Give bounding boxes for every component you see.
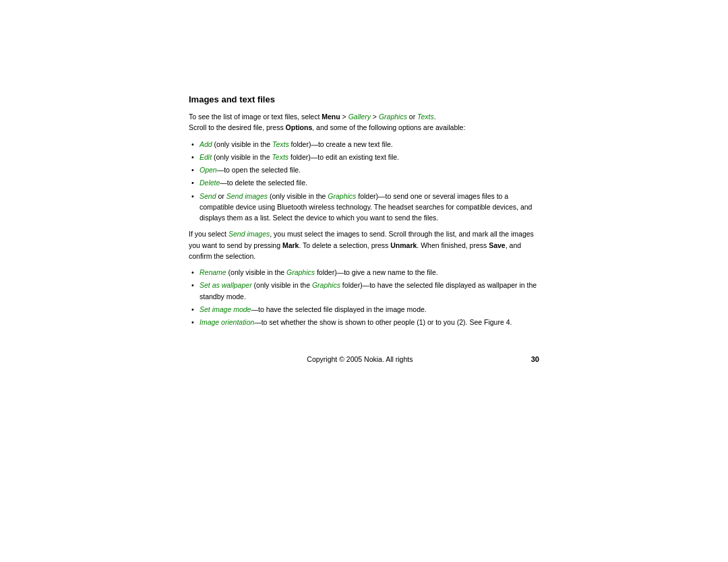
wallpaper-text: (only visible in the xyxy=(252,281,312,289)
options-list-1: Add (only visible in the Texts folder)—t… xyxy=(189,139,539,224)
options-text: Options xyxy=(286,123,313,131)
si-after-mark: . To delete a selection, press xyxy=(299,241,390,249)
gallery-text: Gallery xyxy=(348,113,371,121)
unmark-text: Unmark xyxy=(390,241,417,249)
send-or: or xyxy=(216,192,226,200)
page-number: 30 xyxy=(531,355,539,363)
open-text: —to open the selected file. xyxy=(217,166,301,174)
list-item-edit: Edit (only visible in the Texts folder)—… xyxy=(189,152,539,162)
period: . xyxy=(434,113,436,121)
send-label: Send xyxy=(200,192,216,200)
rename-suffix: folder)—to give a new name to the file. xyxy=(315,268,438,276)
options-list-2: Rename (only visible in the Graphics fol… xyxy=(189,267,539,327)
or-text: or xyxy=(407,113,417,121)
send-images-label: Send images xyxy=(226,192,268,200)
menu-text: Menu xyxy=(322,113,340,121)
arrow1: > xyxy=(340,113,348,121)
save-text: Save xyxy=(489,241,506,249)
page-footer: Copyright © 2005 Nokia. All rights 30 xyxy=(189,355,539,363)
list-item-send: Send or Send images (only visible in the… xyxy=(189,191,539,224)
mark-text: Mark xyxy=(282,241,299,249)
add-label: Add xyxy=(200,140,212,148)
options-suffix: , and some of the following options are … xyxy=(312,123,465,131)
image-mode-label: Set image mode xyxy=(200,305,251,313)
si-after-unmark: . When finished, press xyxy=(417,241,489,249)
send-text: (only visible in the xyxy=(268,192,328,200)
texts-text: Texts xyxy=(417,113,434,121)
list-item-rename: Rename (only visible in the Graphics fol… xyxy=(189,267,539,278)
edit-suffix: folder)—to edit an existing text file. xyxy=(289,153,399,161)
texts-ref-edit: Texts xyxy=(272,153,289,161)
rename-text: (only visible in the xyxy=(226,268,286,276)
edit-text: (only visible in the xyxy=(212,153,272,161)
texts-ref-add: Texts xyxy=(272,140,289,148)
intro-paragraph: To see the list of image or text files, … xyxy=(189,111,539,133)
graphics-text: Graphics xyxy=(379,113,407,121)
delete-label: Delete xyxy=(200,179,220,187)
open-label: Open xyxy=(200,166,217,174)
edit-label: Edit xyxy=(200,153,212,161)
list-item-set-image-mode: Set image mode—to have the selected file… xyxy=(189,304,539,315)
arrow2: > xyxy=(371,113,379,121)
list-item-set-wallpaper: Set as wallpaper (only visible in the Gr… xyxy=(189,280,539,302)
graphics-ref-wallpaper: Graphics xyxy=(312,281,340,289)
list-item-image-orientation: Image orientation—to set whether the sho… xyxy=(189,317,539,327)
rename-label: Rename xyxy=(200,268,226,276)
si-label: Send images xyxy=(229,230,270,238)
list-item-open: Open—to open the selected file. xyxy=(189,164,539,175)
list-item-delete: Delete—to delete the selected file. xyxy=(189,177,539,188)
si-prefix: If you select xyxy=(189,230,229,238)
send-images-paragraph: If you select Send images, you must sele… xyxy=(189,228,539,261)
page-content: Images and text files To see the list of… xyxy=(189,94,539,363)
wallpaper-label: Set as wallpaper xyxy=(200,281,252,289)
image-mode-text: —to have the selected file displayed in … xyxy=(251,305,426,313)
graphics-ref-rename: Graphics xyxy=(286,268,315,276)
footer-copyright: Copyright © 2005 Nokia. All rights xyxy=(189,355,531,363)
add-suffix: folder)—to create a new text file. xyxy=(289,140,393,148)
intro-prefix: To see the list of image or text files, … xyxy=(189,113,322,121)
delete-text: —to delete the selected file. xyxy=(220,179,307,187)
orientation-label: Image orientation xyxy=(200,318,254,326)
scroll-text: Scroll to the desired file, press xyxy=(189,123,286,131)
section-title: Images and text files xyxy=(189,94,539,104)
graphics-ref-send: Graphics xyxy=(328,192,356,200)
add-text: (only visible in the xyxy=(212,140,272,148)
list-item-add: Add (only visible in the Texts folder)—t… xyxy=(189,139,539,150)
orientation-text: —to set whether the show is shown to oth… xyxy=(254,318,512,326)
